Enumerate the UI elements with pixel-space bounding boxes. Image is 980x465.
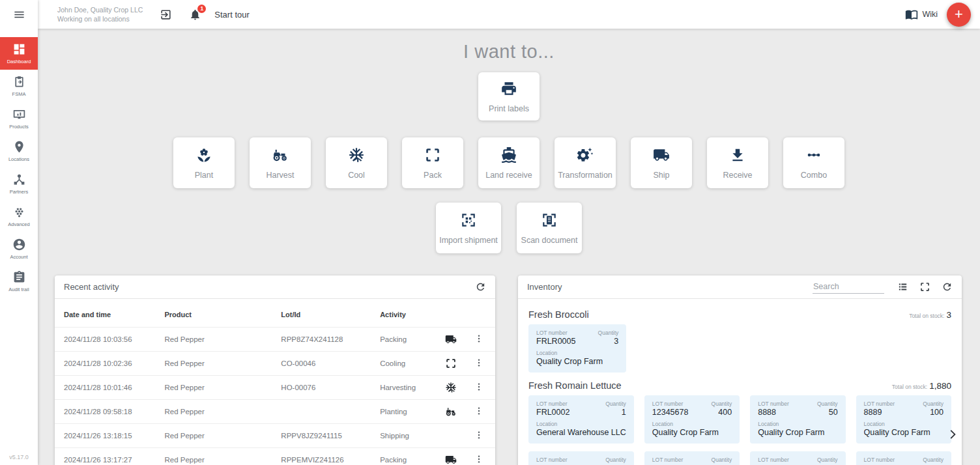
cell-datetime: 2024/11/28 10:03:56 xyxy=(55,328,164,352)
more-vert-icon xyxy=(474,382,484,392)
cell-product: Red Pepper xyxy=(164,424,281,448)
plant-button[interactable]: Plant xyxy=(173,137,235,188)
tile-label: Scan document xyxy=(521,236,578,245)
refresh-inventory-button[interactable] xyxy=(942,281,953,292)
ship-button[interactable]: Ship xyxy=(631,137,692,188)
combo-button[interactable]: Combo xyxy=(783,137,844,188)
cell-activity: Cooling xyxy=(380,352,445,376)
wiki-button[interactable]: Wiki xyxy=(905,8,938,21)
quantity: 400 xyxy=(718,408,732,417)
table-row[interactable]: 2024/11/26 13:17:27 Red Pepper RPPEMVIZ2… xyxy=(55,448,495,465)
truck-icon[interactable] xyxy=(445,333,457,345)
row-menu-button[interactable] xyxy=(474,333,484,344)
list-view-button[interactable] xyxy=(897,281,908,292)
sidebar-item-label: Products xyxy=(9,124,29,130)
tile-label: Land receive xyxy=(485,171,532,180)
tile-label: Combo xyxy=(801,171,827,180)
product-group-name: Fresh Broccoli xyxy=(528,309,589,320)
refresh-activity-button[interactable] xyxy=(475,281,486,292)
inventory-lot-card[interactable]: LOT numberQuantity FRLR00053 Location Qu… xyxy=(528,324,626,373)
crop-corners-icon[interactable] xyxy=(445,358,457,369)
start-tour-button[interactable]: Start tour xyxy=(214,10,249,20)
receive-button[interactable]: Receive xyxy=(707,137,768,188)
hamburger-menu-button[interactable] xyxy=(0,0,38,29)
cell-lot: RPP8Z74X241128 xyxy=(281,328,380,352)
cell-datetime: 2024/11/28 10:02:36 xyxy=(55,352,164,376)
dots-cluster-icon xyxy=(12,205,26,219)
land-receive-button[interactable]: Land receive xyxy=(478,137,540,188)
switch-location-button[interactable] xyxy=(160,8,172,21)
sidebar: Dashboard FSMA Products Locations Partne… xyxy=(0,0,38,465)
table-row[interactable]: 2024/11/28 10:02:36 Red Pepper CO-00046 … xyxy=(55,352,495,376)
harvest-button[interactable]: Harvest xyxy=(250,137,311,188)
flower-icon xyxy=(195,147,212,163)
import-shipment-button[interactable]: Import shipment xyxy=(436,203,501,253)
more-vert-icon xyxy=(474,406,484,416)
table-row[interactable]: 2024/11/28 10:03:56 Red Pepper RPP8Z74X2… xyxy=(55,328,495,352)
row-menu-button[interactable] xyxy=(474,454,484,464)
table-row[interactable]: 2024/11/28 09:58:18 Red Pepper Planting xyxy=(55,400,495,424)
inventory-lot-card[interactable]: LOT numberQuantity FRL00023 Location xyxy=(750,451,845,465)
quantity: 50 xyxy=(829,408,838,417)
more-vert-icon xyxy=(474,333,484,344)
inventory-lot-card[interactable]: LOT numberQuantity 889150 Location xyxy=(528,451,634,465)
sidebar-item-partners[interactable]: Partners xyxy=(0,167,38,200)
quantity: 3 xyxy=(614,337,618,346)
print-labels-button[interactable]: Print labels xyxy=(478,72,540,120)
product-group-name: Fresh Romain Lettuce xyxy=(528,380,622,391)
list-icon xyxy=(897,281,908,292)
row-menu-button[interactable] xyxy=(474,430,484,440)
sidebar-item-products[interactable]: Products xyxy=(0,102,38,135)
row-menu-button[interactable] xyxy=(474,406,484,416)
expand-view-button[interactable] xyxy=(919,281,930,292)
snowflake-icon[interactable] xyxy=(445,382,457,393)
sidebar-item-account[interactable]: Account xyxy=(0,232,38,265)
column-header-activity: Activity xyxy=(380,299,445,328)
truck-icon[interactable] xyxy=(445,454,457,465)
refresh-icon xyxy=(475,281,486,292)
table-row[interactable]: 2024/11/26 13:18:15 Red Pepper RPPV8JZ92… xyxy=(55,424,495,448)
quantity: 100 xyxy=(930,408,944,417)
more-vert-icon xyxy=(474,430,484,440)
add-button[interactable]: + xyxy=(947,3,971,27)
carousel-next-button[interactable] xyxy=(946,427,960,442)
cool-button[interactable]: Cool xyxy=(326,137,387,188)
scan-document-button[interactable]: Scan document xyxy=(517,203,582,253)
inventory-lot-card[interactable]: LOT numberQuantity 12345678400 Location … xyxy=(644,395,740,444)
cell-datetime: 2024/11/28 09:58:18 xyxy=(55,400,164,424)
wiki-label: Wiki xyxy=(922,10,938,19)
row-menu-button[interactable] xyxy=(474,382,484,392)
table-row[interactable]: 2024/11/28 10:01:46 Red Pepper HO-00076 … xyxy=(55,376,495,400)
tile-label: Ship xyxy=(653,171,669,180)
boat-icon xyxy=(500,147,517,163)
notifications-button[interactable]: 1 xyxy=(189,8,201,21)
pack-button[interactable]: Pack xyxy=(402,137,463,188)
column-header-lot: Lot/Id xyxy=(281,299,380,328)
sidebar-item-label: Dashboard xyxy=(7,59,31,64)
cell-product: Red Pepper xyxy=(164,400,281,424)
sidebar-item-locations[interactable]: Locations xyxy=(0,135,38,167)
inventory-panel: Inventory Fres xyxy=(518,275,962,465)
menu-icon xyxy=(13,8,25,21)
tile-label: Receive xyxy=(723,171,752,180)
sidebar-item-advanced[interactable]: Advanced xyxy=(0,200,38,232)
notification-badge: 1 xyxy=(197,5,206,13)
sidebar-item-dashboard[interactable]: Dashboard xyxy=(0,37,38,70)
inventory-lot-card[interactable]: LOT numberQuantity FRL00021 Location Gen… xyxy=(528,395,634,444)
tractor-icon[interactable] xyxy=(445,406,457,417)
inventory-lot-card[interactable]: LOT numberQuantity FRL000348 Location xyxy=(856,451,951,465)
inventory-lot-card[interactable]: LOT numberQuantity 889290 Location xyxy=(644,451,740,465)
tile-label: Pack xyxy=(424,171,442,180)
sidebar-item-audit-trail[interactable]: Audit trail xyxy=(0,265,38,298)
row-menu-button[interactable] xyxy=(474,358,484,368)
cell-activity: Shipping xyxy=(380,424,445,448)
inventory-search-input[interactable] xyxy=(813,280,884,294)
cell-datetime: 2024/11/28 10:01:46 xyxy=(55,376,164,400)
inventory-lot-card[interactable]: LOT numberQuantity 8889100 Location Qual… xyxy=(856,395,951,444)
screen-chart-icon xyxy=(12,107,26,121)
sidebar-item-fsma[interactable]: FSMA xyxy=(0,70,38,102)
inventory-lot-card[interactable]: LOT numberQuantity 888850 Location Quali… xyxy=(750,395,845,444)
cell-datetime: 2024/11/26 13:17:27 xyxy=(55,448,164,465)
transformation-button[interactable]: Transformation xyxy=(555,137,616,188)
lot-number: FRLR0005 xyxy=(536,337,575,346)
